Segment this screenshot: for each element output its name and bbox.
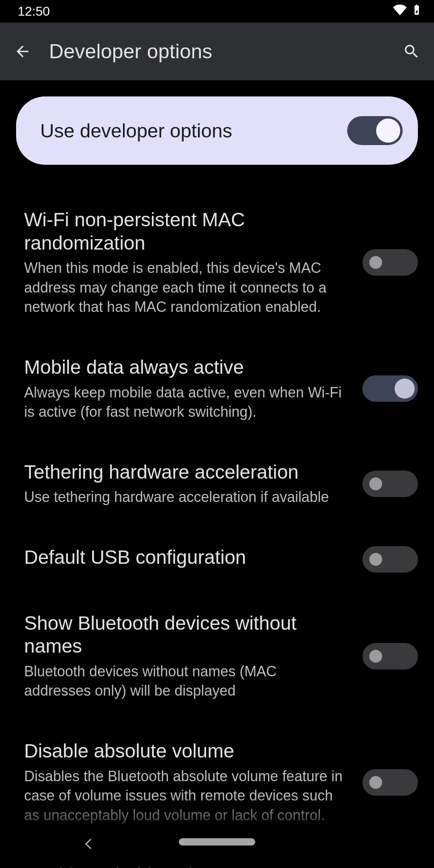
setting-switch[interactable] bbox=[362, 375, 418, 402]
setting-switch[interactable] bbox=[362, 546, 418, 573]
arrow-back-icon bbox=[14, 43, 31, 60]
setting-title: Disable absolute volume bbox=[24, 739, 346, 763]
setting-subtitle: Always keep mobile data active, even whe… bbox=[24, 383, 346, 422]
setting-default-usb-configuration[interactable]: Default USB configuration bbox=[16, 526, 418, 592]
battery-icon bbox=[411, 2, 422, 20]
search-button[interactable] bbox=[401, 41, 422, 62]
setting-subtitle: When this mode is enabled, this device's… bbox=[24, 258, 346, 317]
master-toggle-switch[interactable] bbox=[347, 116, 403, 145]
status-time: 12:50 bbox=[18, 4, 50, 19]
status-bar: 12:50 bbox=[0, 0, 434, 23]
setting-switch[interactable] bbox=[362, 471, 418, 497]
setting-subtitle: Bluetooth devices without names (MAC add… bbox=[24, 662, 346, 701]
setting-subtitle: Use tethering hardware acceleration if a… bbox=[24, 487, 346, 507]
system-back-button[interactable] bbox=[80, 836, 96, 854]
wifi-icon bbox=[393, 3, 407, 20]
setting-title: Show Bluetooth devices without names bbox=[24, 612, 346, 658]
master-toggle-label: Use developer options bbox=[40, 120, 232, 142]
app-bar: Developer options bbox=[0, 23, 434, 80]
setting-title: Mobile data always active bbox=[24, 356, 346, 379]
setting-title: Default USB configuration bbox=[24, 546, 346, 569]
setting-switch[interactable] bbox=[362, 249, 418, 276]
setting-title: Tethering hardware acceleration bbox=[24, 461, 346, 484]
setting-tethering-hardware-acceleration[interactable]: Tethering hardware acceleration Use teth… bbox=[16, 441, 418, 526]
chevron-left-icon bbox=[80, 836, 96, 852]
setting-switch[interactable] bbox=[362, 769, 418, 796]
back-button[interactable] bbox=[12, 41, 33, 62]
setting-show-bluetooth-without-names[interactable]: Show Bluetooth devices without names Blu… bbox=[16, 592, 418, 720]
setting-switch[interactable] bbox=[362, 643, 418, 669]
search-icon bbox=[403, 43, 420, 60]
page-title: Developer options bbox=[49, 40, 385, 63]
setting-wifi-mac-randomization[interactable]: Wi-Fi non-persistent MAC randomization W… bbox=[16, 189, 418, 336]
master-toggle-card[interactable]: Use developer options bbox=[16, 96, 418, 165]
setting-subtitle: Disables the Bluetooth absolute volume f… bbox=[24, 767, 346, 825]
gesture-pill[interactable] bbox=[179, 838, 255, 845]
setting-mobile-data-always-active[interactable]: Mobile data always active Always keep mo… bbox=[16, 336, 418, 441]
setting-title: Wi-Fi non-persistent MAC randomization bbox=[24, 208, 346, 254]
setting-disable-absolute-volume[interactable]: Disable absolute volume Disables the Blu… bbox=[16, 720, 418, 844]
navigation-bar bbox=[0, 828, 434, 868]
